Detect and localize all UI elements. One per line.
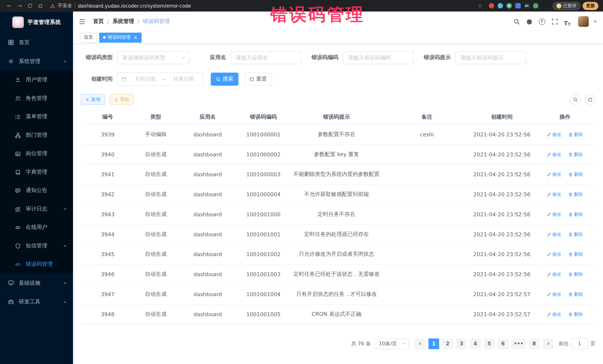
sidebar-item-users[interactable]: 用户管理 bbox=[0, 71, 73, 89]
back-icon[interactable]: ← bbox=[5, 1, 14, 10]
tag-home[interactable]: 首页 bbox=[80, 33, 97, 43]
page-button-5[interactable]: 5 bbox=[484, 338, 495, 349]
sidebar-item-label: 在线用户 bbox=[26, 224, 47, 231]
sidebar-item-error-code[interactable]: 错误码管理 bbox=[0, 255, 73, 273]
delete-button[interactable]: 删除 bbox=[568, 271, 583, 277]
bookmark-star-icon[interactable]: ☆ bbox=[475, 1, 485, 10]
sidebar-item-system[interactable]: 系统管理 bbox=[0, 52, 73, 71]
reload-icon[interactable] bbox=[25, 1, 35, 10]
reset-button-label: 重置 bbox=[256, 76, 267, 82]
address-bar[interactable]: 不安全 dashboard.yudao.iocoder.cn/system/er… bbox=[50, 1, 475, 10]
delete-button[interactable]: 删除 bbox=[568, 251, 583, 258]
prev-page-button[interactable] bbox=[415, 338, 425, 349]
help-icon[interactable]: ? bbox=[537, 16, 547, 26]
browser-update-button[interactable]: 更新 bbox=[583, 2, 598, 10]
app-name-input[interactable] bbox=[231, 51, 302, 64]
breadcrumb-system[interactable]: 系统管理 bbox=[113, 18, 134, 25]
sidebar-item-audit-log[interactable]: 审计日志 bbox=[0, 200, 73, 218]
error-type-select[interactable] bbox=[117, 51, 189, 64]
error-code-field[interactable] bbox=[343, 51, 414, 64]
delete-button[interactable]: 删除 bbox=[568, 151, 583, 158]
font-size-icon[interactable]: TT bbox=[562, 16, 572, 26]
forward-icon[interactable]: → bbox=[15, 1, 24, 10]
extension-drop-icon[interactable] bbox=[498, 3, 503, 9]
sidebar-toggle-icon[interactable] bbox=[79, 17, 87, 26]
page-ellipsis-button[interactable]: ••• bbox=[511, 338, 526, 349]
column-header-id: 编号 bbox=[81, 110, 135, 124]
delete-button[interactable]: 删除 bbox=[568, 171, 583, 177]
sidebar-item-home[interactable]: 首页 bbox=[0, 33, 73, 52]
extension-leaf-icon[interactable] bbox=[533, 3, 538, 9]
app-name-field[interactable] bbox=[231, 51, 302, 64]
chevron-up-icon bbox=[63, 59, 67, 63]
trash-icon bbox=[568, 132, 573, 137]
edit-button[interactable]: 修改 bbox=[547, 171, 561, 177]
page-button-8[interactable]: 8 bbox=[529, 338, 540, 349]
delete-link-label: 删除 bbox=[574, 171, 583, 177]
edit-button[interactable]: 修改 bbox=[547, 211, 561, 218]
export-button[interactable]: 导出 bbox=[110, 94, 134, 105]
delete-button[interactable]: 删除 bbox=[568, 211, 583, 218]
cell-created: 2021-04-20 23:52:56 bbox=[469, 264, 534, 284]
refresh-table-button[interactable] bbox=[585, 94, 595, 105]
extension-puzzle-icon[interactable] bbox=[542, 3, 547, 9]
extension-red-icon[interactable] bbox=[488, 3, 494, 9]
edit-button[interactable]: 修改 bbox=[547, 251, 561, 258]
tag-error-code[interactable]: 错误码管理 × bbox=[99, 33, 141, 43]
toggle-search-button[interactable] bbox=[570, 94, 581, 105]
delete-button[interactable]: 删除 bbox=[568, 231, 583, 238]
pencil-icon bbox=[547, 272, 551, 276]
search-icon[interactable] bbox=[511, 16, 522, 26]
sidebar-item-infrastructure[interactable]: 基础设施 bbox=[0, 274, 73, 292]
avatar-caret-icon[interactable] bbox=[594, 21, 597, 22]
delete-button[interactable]: 删除 bbox=[568, 291, 583, 298]
extension-on-badge-icon[interactable]: on bbox=[524, 3, 529, 9]
extension-vue-icon[interactable]: V bbox=[506, 3, 512, 9]
page-button-6[interactable]: 6 bbox=[498, 338, 508, 349]
edit-button[interactable]: 修改 bbox=[547, 231, 561, 238]
app-logo[interactable]: 芋道管理系统 bbox=[0, 11, 73, 33]
pencil-icon bbox=[547, 232, 551, 236]
page-button-1[interactable]: 1 bbox=[429, 338, 439, 349]
delete-button[interactable]: 删除 bbox=[568, 191, 583, 198]
breadcrumb-home[interactable]: 首页 bbox=[93, 18, 104, 25]
delete-button[interactable]: 删除 bbox=[568, 311, 583, 318]
github-icon[interactable] bbox=[524, 16, 534, 26]
search-button[interactable]: 搜索 bbox=[211, 73, 238, 86]
goto-page-input[interactable] bbox=[571, 338, 588, 349]
sidebar-item-announcements[interactable]: 通知公告 bbox=[0, 181, 73, 200]
delete-button[interactable]: 删除 bbox=[568, 131, 583, 138]
page-button-2[interactable]: 2 bbox=[442, 338, 453, 349]
page-size-select[interactable]: 10条/页 bbox=[375, 338, 409, 349]
edit-button[interactable]: 修改 bbox=[547, 191, 561, 198]
page-button-3[interactable]: 3 bbox=[456, 338, 467, 349]
sidebar-item-departments[interactable]: 部门管理 bbox=[0, 126, 73, 144]
error-hint-input[interactable] bbox=[455, 51, 526, 64]
sidebar-item-posts[interactable]: 岗位管理 bbox=[0, 144, 73, 163]
edit-button[interactable]: 修改 bbox=[547, 311, 561, 318]
edit-button[interactable]: 修改 bbox=[547, 131, 561, 138]
fullscreen-icon[interactable] bbox=[550, 16, 560, 26]
next-page-button[interactable] bbox=[543, 338, 554, 349]
extension-grid-icon[interactable] bbox=[515, 3, 521, 9]
error-type-input[interactable] bbox=[117, 51, 189, 64]
error-hint-field[interactable] bbox=[455, 51, 526, 64]
sidebar-item-dictionary[interactable]: 字典管理 bbox=[0, 163, 73, 181]
sidebar-item-sms[interactable]: 短信管理 bbox=[0, 237, 73, 255]
close-icon[interactable]: × bbox=[133, 35, 138, 40]
page-button-4[interactable]: 4 bbox=[470, 338, 481, 349]
sidebar-item-devtools[interactable]: 研发工具 bbox=[0, 292, 73, 311]
create-time-range-picker[interactable]: 开始日期 - 结束日期 bbox=[117, 73, 204, 86]
error-code-input[interactable] bbox=[343, 51, 414, 64]
reset-button[interactable]: 重置 bbox=[244, 73, 272, 86]
sidebar-item-menus[interactable]: 菜单管理 bbox=[0, 108, 73, 126]
sidebar-item-roles[interactable]: 角色管理 bbox=[0, 89, 73, 108]
profile-paused-badge[interactable]: 已暂停 bbox=[552, 2, 580, 10]
user-avatar[interactable] bbox=[578, 16, 589, 27]
edit-button[interactable]: 修改 bbox=[547, 151, 561, 158]
add-button[interactable]: 新增 bbox=[81, 94, 105, 105]
edit-button[interactable]: 修改 bbox=[547, 271, 561, 277]
edit-button[interactable]: 修改 bbox=[547, 291, 561, 298]
home-icon[interactable] bbox=[36, 1, 45, 10]
sidebar-item-online-users[interactable]: 在线用户 bbox=[0, 218, 73, 236]
